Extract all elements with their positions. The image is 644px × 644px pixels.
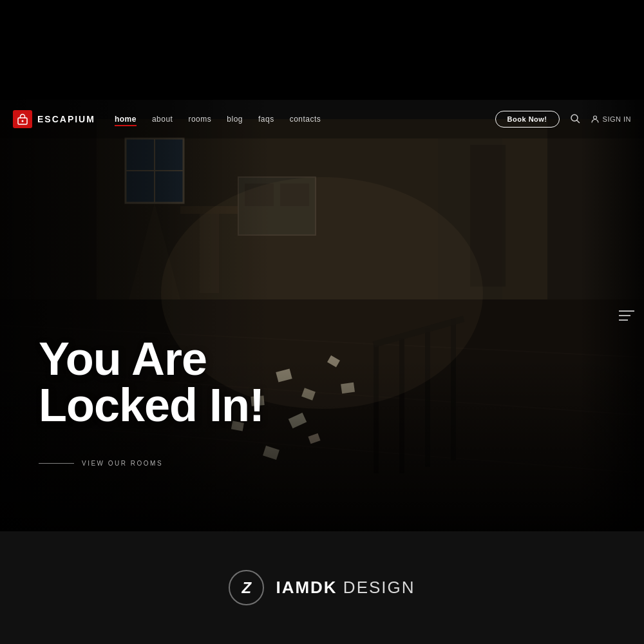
z-logo: Z [229,570,264,605]
signin-label: SIGN IN [603,115,631,123]
svg-line-43 [577,120,580,123]
svg-point-44 [593,116,596,119]
nav-right: Book Now! SIGN IN [495,111,631,128]
hero-content: You Are Locked In! [39,336,264,428]
signin-button[interactable]: SIGN IN [591,115,631,124]
brand-bold: IAMDK [276,578,337,597]
hamburger-line-2 [619,315,630,316]
brand-light: DESIGN [337,578,415,597]
top-bar [0,0,644,100]
hero-cta[interactable]: VIEW OUR ROOMS [39,460,163,467]
nav-rooms[interactable]: rooms [188,115,211,124]
book-now-button[interactable]: Book Now! [495,111,560,128]
nav-about[interactable]: about [152,115,173,124]
nav-home[interactable]: home [115,115,137,124]
hero-title-line1: You Are [39,336,264,382]
hamburger-menu[interactable] [619,310,634,321]
logo-icon [13,110,32,128]
hero-title-line2: Locked In! [39,382,264,428]
logo-text: ESCAPIUM [37,114,95,124]
footer-bar: Z IAMDK DESIGN [0,531,644,644]
cta-text[interactable]: VIEW OUR ROOMS [82,460,163,467]
logo[interactable]: ESCAPIUM [13,110,95,128]
hamburger-line-3 [619,319,628,321]
svg-point-41 [22,120,24,122]
nav-faqs[interactable]: faqs [258,115,274,124]
hero-section: ESCAPIUM home about rooms blog faqs cont… [0,100,644,531]
nav-blog[interactable]: blog [227,115,243,124]
hero-title: You Are Locked In! [39,336,264,428]
brand-name: IAMDK DESIGN [276,578,415,598]
hamburger-line-1 [619,310,634,312]
nav-contacts[interactable]: contacts [290,115,321,124]
search-icon[interactable] [570,113,580,126]
navbar: ESCAPIUM home about rooms blog faqs cont… [0,100,644,138]
nav-links: home about rooms blog faqs contacts [115,115,495,124]
cta-line [39,463,74,464]
